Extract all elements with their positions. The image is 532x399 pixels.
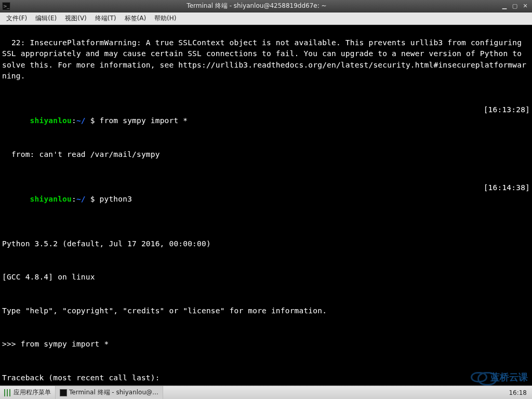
apps-menu-icon: [4, 389, 11, 396]
menu-tabs[interactable]: 标签(A): [121, 13, 151, 24]
timestamp-2: [16:14:38]: [480, 182, 530, 216]
repl-line: >>> from sympy import *: [2, 339, 530, 350]
menu-help[interactable]: 帮助(H): [150, 13, 180, 24]
titlebar: >_ Terminal 终端 - shiyanlou@4258819dd67e:…: [0, 0, 532, 12]
close-button[interactable]: ✕: [521, 2, 530, 10]
terminal-app-icon: >_: [2, 2, 10, 10]
taskbar-item-terminal[interactable]: Terminal 终端 - shiyanlou@…: [56, 386, 163, 399]
menu-view[interactable]: 视图(V): [61, 13, 91, 24]
timestamp-1: [16:13:28]: [480, 104, 530, 138]
command-2: python3: [100, 195, 132, 203]
terminal-icon: [60, 389, 67, 396]
prompt-path: ~/: [76, 116, 86, 125]
python-banner-1: Python 3.5.2 (default, Jul 17 2016, 00:0…: [2, 238, 530, 250]
command-1: from sympy import *: [100, 116, 188, 125]
window-controls: ▁ ▢ ✕: [500, 2, 530, 10]
menu-edit[interactable]: 编辑(E): [31, 13, 61, 24]
repl-line: Traceback (most recent call last):: [2, 373, 530, 384]
window-title: Terminal 终端 - shiyanlou@4258819dd67e: ~: [14, 2, 500, 10]
taskbar-terminal-label: Terminal 终端 - shiyanlou@…: [69, 388, 158, 397]
taskbar: 应用程序菜单 Terminal 终端 - shiyanlou@… 16:18: [0, 385, 532, 399]
warning-output: 22: InsecurePlatformWarning: A true SSLC…: [2, 38, 526, 81]
menubar: 文件(F) 编辑(E) 视图(V) 终端(T) 标签(A) 帮助(H): [0, 12, 532, 25]
python-banner-2: [GCC 4.8.4] on linux: [2, 272, 530, 283]
maximize-button[interactable]: ▢: [510, 2, 520, 10]
menu-file[interactable]: 文件(F): [2, 13, 31, 24]
prompt-user: shiyanlou: [30, 116, 72, 125]
output-from-error: from: can't read /var/mail/sympy: [11, 150, 160, 158]
python-banner-3: Type "help", "copyright", "credits" or "…: [2, 305, 530, 317]
prompt-line-1: shiyanlou:~/ $ from sympy import * [16:1…: [2, 104, 530, 138]
prompt-line-2: shiyanlou:~/ $ python3 [16:14:38]: [2, 182, 530, 216]
taskbar-apps-label: 应用程序菜单: [14, 388, 51, 397]
minimize-button[interactable]: ▁: [500, 2, 509, 10]
terminal-viewport[interactable]: 22: InsecurePlatformWarning: A true SSLC…: [0, 25, 532, 385]
menu-terminal[interactable]: 终端(T): [91, 13, 121, 24]
taskbar-clock[interactable]: 16:18: [503, 389, 532, 396]
taskbar-apps-menu[interactable]: 应用程序菜单: [0, 386, 56, 399]
